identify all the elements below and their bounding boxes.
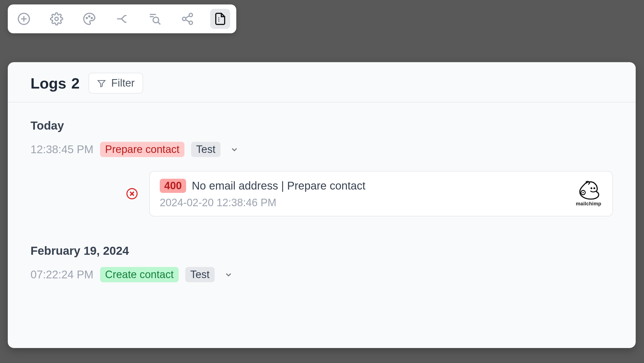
toolbar (8, 4, 236, 33)
error-icon (126, 188, 138, 200)
filter-label: Filter (111, 77, 135, 89)
logs-icon (214, 12, 227, 26)
svg-point-21 (594, 187, 595, 189)
provider-logo: mailchimp (576, 181, 601, 207)
panel-title-text: Logs (31, 75, 66, 92)
log-entry-tag-chip: Test (185, 267, 215, 282)
logs-body: Today 12:38:45 PM Prepare contact Test 4… (8, 102, 636, 307)
svg-line-14 (186, 20, 189, 22)
log-entry-time: 12:38:45 PM (31, 143, 93, 156)
mailchimp-icon (577, 181, 600, 200)
detail-timestamp: 2024-02-20 12:38:46 PM (160, 197, 569, 209)
toolbar-add-button[interactable] (14, 9, 34, 29)
chevron-down-icon[interactable] (230, 145, 239, 154)
chevron-down-icon[interactable] (224, 270, 233, 279)
svg-point-13 (189, 21, 192, 24)
query-icon (148, 12, 161, 26)
share-icon (181, 12, 194, 26)
svg-point-9 (153, 17, 159, 23)
toolbar-settings-button[interactable] (47, 9, 67, 29)
panel-header: Logs 2 Filter (8, 62, 636, 102)
toolbar-logs-button[interactable] (210, 9, 230, 29)
svg-point-5 (89, 16, 90, 17)
add-icon (17, 12, 31, 26)
svg-point-4 (86, 17, 87, 19)
toolbar-query-button[interactable] (145, 9, 165, 29)
svg-point-20 (590, 187, 592, 189)
log-entry-action-chip: Prepare contact (100, 142, 184, 157)
provider-name: mailchimp (576, 201, 601, 207)
panel-title-count: 2 (71, 75, 80, 92)
logs-panel: Logs 2 Filter Today 12:38:45 PM Prepare … (8, 62, 636, 348)
gear-icon (50, 12, 63, 26)
log-group-title: February 19, 2024 (31, 244, 613, 258)
toolbar-palette-button[interactable] (79, 9, 99, 29)
funnel-icon (97, 79, 106, 88)
svg-point-11 (189, 13, 192, 17)
log-entry-time: 07:22:24 PM (31, 268, 93, 281)
toolbar-split-button[interactable] (112, 9, 132, 29)
log-group-title: Today (31, 119, 613, 132)
svg-point-6 (91, 17, 92, 19)
svg-point-3 (55, 17, 58, 21)
toolbar-share-button[interactable] (178, 9, 197, 29)
log-entry-row[interactable]: 07:22:24 PM Create contact Test (31, 267, 613, 282)
svg-point-12 (182, 17, 186, 21)
split-icon (115, 12, 129, 26)
log-entry-action-chip: Create contact (100, 267, 179, 282)
filter-button[interactable]: Filter (88, 73, 143, 94)
palette-icon (83, 12, 96, 26)
svg-line-10 (158, 22, 160, 24)
log-detail-card[interactable]: 400 No email address | Prepare contact 2… (149, 171, 613, 216)
panel-title: Logs 2 (31, 75, 80, 92)
svg-line-15 (186, 16, 189, 18)
log-entry-tag-chip: Test (191, 142, 220, 157)
status-code: 400 (160, 179, 186, 193)
log-detail-row: 400 No email address | Prepare contact 2… (126, 171, 613, 216)
log-entry-row[interactable]: 12:38:45 PM Prepare contact Test (31, 142, 613, 157)
svg-point-23 (582, 192, 584, 193)
detail-message: No email address | Prepare contact (192, 180, 365, 192)
